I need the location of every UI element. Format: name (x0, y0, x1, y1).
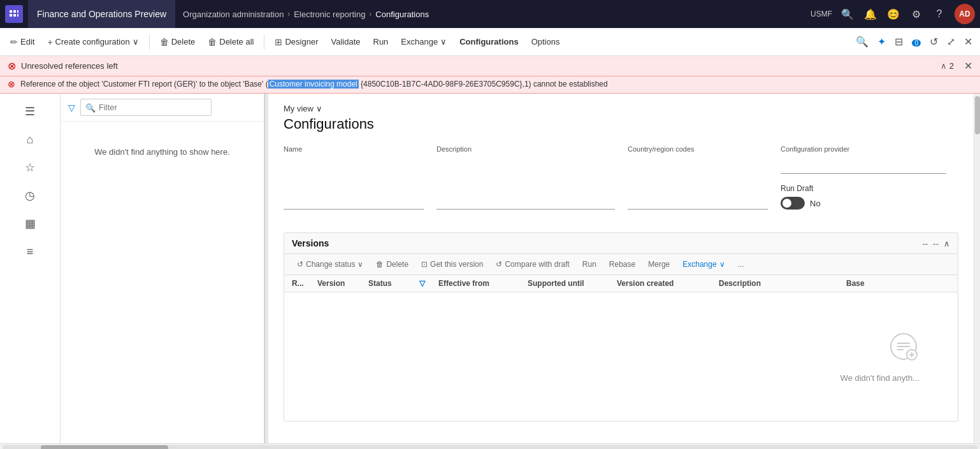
col-version: Version (317, 279, 368, 288)
compare-with-draft-button[interactable]: ↺ Compare with draft (491, 258, 574, 271)
avatar[interactable]: AD (955, 4, 975, 24)
country-codes-value[interactable] (628, 155, 768, 168)
search-cmd-icon[interactable]: 🔍 (853, 33, 871, 50)
config-provider-value[interactable] (781, 155, 946, 168)
refresh-icon[interactable]: ↺ (927, 33, 940, 50)
exchange-chevron-icon: ∨ (440, 37, 447, 46)
horizontal-scrollbar-thumb[interactable] (41, 445, 168, 450)
bell-icon[interactable]: 🔔 (863, 6, 878, 22)
right-content: My view ∨ Configurations Name Descriptio… (268, 94, 974, 443)
designer-button[interactable]: ⊞ Designer (270, 34, 323, 50)
versions-run-button[interactable]: Run (577, 258, 602, 271)
col-supported-until: Supported until (528, 279, 617, 288)
designer-icon: ⊞ (275, 37, 282, 47)
command-bar: ✏ Edit + Create configuration ∨ 🗑 Delete… (0, 28, 980, 56)
change-status-icon: ↺ (297, 260, 303, 269)
get-this-version-button[interactable]: ⊡ Get this version (416, 258, 488, 271)
delete-button[interactable]: 🗑 Delete (155, 34, 201, 50)
more-button[interactable]: ... (733, 258, 749, 271)
nav-home-icon[interactable]: ⌂ (17, 127, 43, 152)
breadcrumb-er[interactable]: Electronic reporting (294, 10, 365, 19)
filter-input[interactable] (80, 99, 212, 116)
versions-delete-button[interactable]: 🗑 Delete (371, 258, 414, 271)
view-chevron-icon: ∨ (316, 104, 322, 113)
nav-recent-icon[interactable]: ◷ (17, 183, 43, 208)
app-title: Finance and Operations Preview (28, 0, 175, 28)
delete-all-button[interactable]: 🗑 Delete all (203, 34, 259, 50)
versions-toolbar: ↺ Change status ∨ 🗑 Delete ⊡ Get this ve… (284, 254, 958, 275)
close-icon[interactable]: ✕ (962, 33, 975, 50)
description-value[interactable] (436, 155, 615, 168)
star-cmd-icon[interactable]: ✦ (875, 33, 888, 50)
run-button[interactable]: Run (368, 34, 394, 49)
main-container: ☰ ⌂ ☆ ◷ ▦ ≡ ▽ 🔍 We didn't find anything … (0, 94, 980, 443)
empty-state-icon (888, 331, 919, 368)
nav-modules-icon[interactable]: ≡ (17, 239, 43, 264)
col-r: R... (292, 279, 317, 288)
col-filter-icon[interactable]: ▽ (419, 279, 438, 288)
plus-icon: + (47, 37, 52, 47)
app-menu-button[interactable] (5, 5, 23, 23)
exchange-button[interactable]: Exchange ∨ (396, 34, 452, 49)
filter-icon[interactable]: ▽ (68, 103, 75, 113)
settings-icon[interactable]: ⚙ (909, 6, 924, 22)
col-version-created: Version created (617, 279, 719, 288)
run-draft-toggle[interactable] (781, 197, 805, 210)
create-configuration-button[interactable]: + Create configuration ∨ (42, 34, 143, 50)
collapse-button[interactable]: ∧ (940, 61, 947, 71)
help-icon[interactable]: ? (932, 6, 947, 22)
validate-button[interactable]: Validate (326, 34, 365, 49)
run-draft-label: Run Draft (781, 184, 946, 193)
breadcrumb-org[interactable]: Organization administration (183, 10, 284, 19)
empty-state-text: We didn't find anyth... (840, 373, 919, 383)
configurations-button[interactable]: Configurations (454, 34, 523, 49)
col-description: Description (719, 279, 846, 288)
error-icon: ⊗ (8, 60, 16, 72)
expand-icon[interactable]: ⤢ (944, 33, 958, 50)
view-selector[interactable]: My view ∨ (284, 104, 958, 113)
merge-button[interactable]: Merge (643, 258, 675, 271)
versions-table-header: R... Version Status ▽ Effective from Sup… (284, 275, 958, 292)
svg-rect-5 (17, 14, 18, 17)
badge-icon[interactable]: 0 (909, 34, 923, 50)
versions-exchange-button[interactable]: Exchange ∨ (677, 258, 730, 271)
error-close-button[interactable]: ✕ (964, 60, 972, 72)
command-right-icons: 🔍 ✦ ⊟ 0 ↺ ⤢ ✕ (853, 33, 975, 50)
svg-rect-0 (10, 10, 12, 13)
columns-icon[interactable]: ⊟ (892, 33, 905, 50)
error-count: ∧ 2 (940, 61, 954, 71)
page-title: Configurations (284, 116, 958, 132)
versions-collapse-icon[interactable]: ∧ (944, 239, 950, 248)
svg-rect-1 (13, 10, 16, 13)
left-sidebar: ☰ ⌂ ☆ ◷ ▦ ≡ (0, 94, 61, 443)
breadcrumb-configurations[interactable]: Configurations (375, 10, 429, 19)
smiley-icon[interactable]: 😊 (886, 6, 901, 22)
nav-workspaces-icon[interactable]: ▦ (17, 211, 43, 236)
search-icon[interactable]: 🔍 (840, 6, 855, 22)
breadcrumb: Organization administration › Electronic… (183, 10, 429, 19)
change-status-button[interactable]: ↺ Change status ∨ (292, 258, 368, 271)
bottom-scrollbar[interactable] (0, 443, 980, 449)
form-fields: Name Description Country/region codes Co… (284, 145, 958, 217)
nav-favorites-icon[interactable]: ☆ (17, 155, 43, 180)
svg-rect-4 (13, 14, 16, 17)
rebase-button[interactable]: Rebase (604, 258, 640, 271)
versions-section: Versions -- -- ∧ ↺ Change status ∨ 🗑 Del… (284, 232, 958, 422)
config-provider-field: Configuration provider (781, 145, 946, 174)
versions-dash-1: -- (923, 239, 928, 248)
edit-button[interactable]: ✏ Edit (5, 34, 40, 50)
separator-1 (149, 34, 150, 50)
change-status-chevron-icon: ∨ (357, 260, 363, 269)
options-button[interactable]: Options (526, 34, 565, 49)
error-banner: ⊗ Unresolved references left ∧ 2 ✕ (0, 56, 980, 76)
versions-controls: -- -- ∧ (923, 239, 950, 248)
scrollbar-thumb[interactable] (975, 96, 980, 134)
right-scrollbar[interactable] (974, 94, 980, 443)
top-right-icons: USMF 🔍 🔔 😊 ⚙ ? AD (811, 4, 975, 24)
col-base: Base (846, 279, 950, 288)
name-value[interactable] (284, 155, 424, 168)
nav-menu-icon[interactable]: ☰ (17, 99, 43, 124)
name-label: Name (284, 145, 424, 153)
trash-icon: 🗑 (160, 37, 169, 47)
description-field: Description (436, 145, 615, 210)
